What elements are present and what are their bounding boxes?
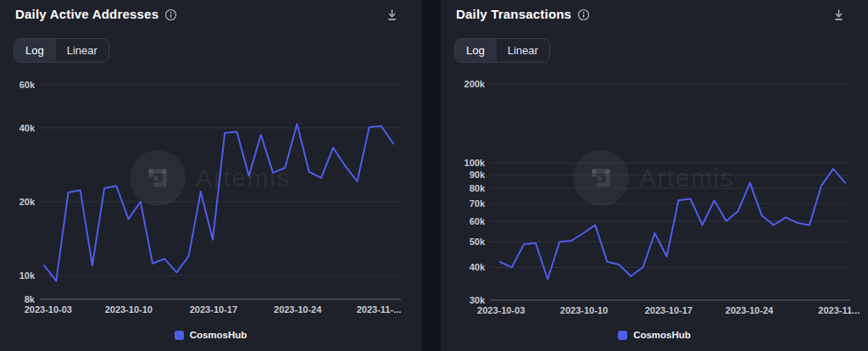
log-toggle-button[interactable]: Log [455, 39, 496, 62]
y-tick-label: 100k [465, 158, 486, 168]
info-icon[interactable] [577, 8, 590, 21]
y-tick-label: 40k [19, 123, 36, 133]
legend-label: CosmosHub [633, 330, 691, 340]
y-tick-label: 70k [470, 198, 486, 209]
x-tick-label: 2023-10-10 [105, 304, 153, 315]
download-icon[interactable] [383, 6, 401, 25]
y-tick-label: 80k [470, 183, 486, 193]
scale-toggle: Log Linear [454, 38, 550, 63]
x-tick-label: 2023-10-03 [477, 305, 525, 315]
y-tick-label: 200k [465, 79, 486, 89]
page-title: Daily Active Addresses [15, 7, 159, 21]
y-tick-label: 40k [470, 262, 486, 272]
legend-label: CosmosHub [190, 330, 248, 340]
legend-swatch [175, 331, 184, 340]
series-line-cosmoshub [500, 169, 845, 279]
linear-toggle-button[interactable]: Linear [496, 39, 549, 62]
linear-toggle-button[interactable]: Linear [55, 39, 108, 62]
scale-toggle: Log Linear [14, 38, 109, 63]
y-tick-label: 8k [25, 294, 36, 304]
x-tick-label: 2023-10-03 [25, 304, 72, 315]
y-tick-label: 10k [19, 270, 36, 281]
x-tick-label: 2023-10-17 [190, 304, 237, 315]
download-icon[interactable] [830, 6, 848, 25]
x-tick-label: 2023-10-10 [560, 305, 608, 315]
x-tick-label: 2023-10-24 [274, 304, 322, 315]
x-tick-label: 2023-11-... [357, 304, 402, 315]
panel-header: Daily Transactions [456, 7, 590, 21]
legend: CosmosHub [0, 330, 421, 340]
panel-header: Daily Active Addresses [15, 7, 177, 21]
series-line-cosmoshub [44, 124, 393, 281]
y-tick-label: 60k [19, 80, 36, 90]
y-tick-label: 30k [470, 295, 486, 305]
log-toggle-button[interactable]: Log [14, 39, 55, 62]
x-tick-label: 2023-11... [818, 305, 860, 315]
y-tick-label: 60k [470, 216, 486, 226]
y-tick-label: 50k [470, 237, 486, 247]
panel-daily-transactions: Daily Transactions Log Linear [441, 0, 868, 351]
info-icon[interactable] [164, 8, 177, 21]
x-tick-label: 2023-10-24 [726, 305, 774, 315]
x-tick-label: 2023-10-17 [645, 305, 693, 315]
page-title: Daily Transactions [456, 7, 571, 21]
legend: CosmosHub [441, 330, 868, 340]
y-tick-label: 20k [19, 197, 36, 207]
y-tick-label: 90k [470, 170, 486, 180]
panel-daily-active-addresses: Daily Active Addresses Log Linear [0, 0, 421, 351]
legend-swatch [618, 331, 627, 340]
